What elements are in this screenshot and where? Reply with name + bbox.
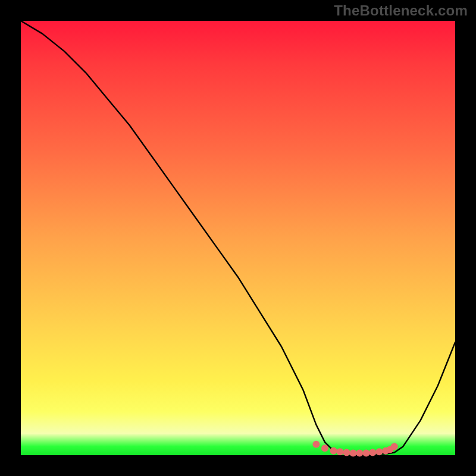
- marker-dot: [362, 449, 369, 456]
- plot-area: [21, 21, 455, 455]
- marker-dot: [312, 441, 320, 448]
- marker-dot: [369, 449, 376, 456]
- marker-dot: [350, 449, 357, 456]
- curve-svg: [21, 21, 455, 455]
- marker-dot: [343, 449, 350, 456]
- marker-dot: [375, 448, 383, 455]
- marker-dot: [330, 447, 337, 455]
- marker-dot: [337, 448, 344, 455]
- chart-frame: TheBottleneck.com: [0, 0, 476, 476]
- marker-dot: [391, 443, 398, 450]
- marker-dot: [356, 449, 363, 456]
- watermark-text: TheBottleneck.com: [334, 2, 468, 19]
- bottleneck-curve: [21, 21, 455, 455]
- marker-dot: [321, 444, 328, 452]
